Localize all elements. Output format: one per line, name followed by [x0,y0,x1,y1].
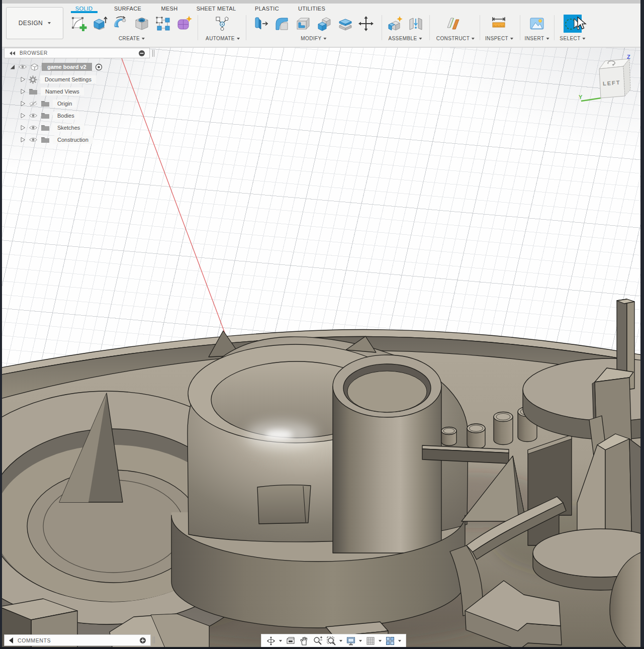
tower-inner-floor[interactable] [347,371,427,412]
insert-image-button[interactable] [528,15,545,32]
revolve-icon [112,15,129,32]
combine-button[interactable] [316,15,333,32]
browser-row-bodies[interactable]: Bodies [20,110,79,122]
browser-row-construction[interactable]: Construction [20,134,93,146]
visibility-eye-icon[interactable] [29,113,38,119]
group-label-create[interactable]: CREATE [119,35,145,42]
tab-sheet-metal[interactable]: SHEET METAL [197,4,236,13]
visibility-eye-icon[interactable] [29,137,38,143]
game-board-model[interactable] [0,299,644,649]
root-component-label[interactable]: game board v2 [42,63,92,71]
press-pull-button[interactable] [252,15,269,32]
collapse-panel-icon[interactable] [9,50,16,56]
browser-row-root[interactable]: game board v2 [9,61,103,73]
toolbar-separator [246,15,246,40]
tab-plastic[interactable]: PLASTIC [255,4,279,13]
expand-arrow-icon[interactable] [20,101,26,107]
origin-axis-line [117,48,225,333]
expanded-arrow-icon[interactable] [9,64,15,70]
dome-doorway[interactable] [257,485,311,524]
orbit-button[interactable] [265,635,283,646]
visibility-eye-icon[interactable] [29,125,38,131]
extrude-button[interactable] [91,15,108,32]
browser-item-label[interactable]: Origin [53,100,76,108]
group-label-automate[interactable]: AUTOMATE [206,35,240,42]
fillet-button[interactable] [273,15,290,32]
move-copy-button[interactable] [357,15,375,32]
create-sketch-button[interactable] [70,15,87,32]
group-label-insert[interactable]: INSERT [525,35,549,42]
browser-item-label[interactable]: Bodies [53,112,79,120]
group-label-inspect[interactable]: INSPECT [485,35,513,42]
window-edge-right [640,0,644,649]
3d-viewport[interactable]: BROWSER game board v2 Document Settings … [0,48,644,649]
browser-panel-header[interactable]: BROWSER [4,48,150,58]
automate-button[interactable] [214,15,231,32]
chevron-down-icon [379,640,382,642]
expand-arrow-icon[interactable] [20,125,26,131]
display-settings-button[interactable] [345,635,363,646]
browser-row-sketches[interactable]: Sketches [20,122,84,134]
tab-mesh[interactable]: MESH [161,4,178,13]
hole-icon [133,15,150,32]
visibility-hidden-eye-icon[interactable] [29,101,38,107]
browser-row-document-settings[interactable]: Document Settings [20,73,96,85]
collapse-all-icon[interactable] [138,50,145,57]
viewcube-face-label[interactable]: LEFT [603,79,621,86]
browser-row-named-views[interactable]: Named Views [20,85,84,98]
activate-component-radio-icon[interactable] [95,63,103,71]
comments-panel-handle[interactable] [153,636,155,643]
joint-button[interactable] [407,15,424,32]
expand-arrow-icon[interactable] [20,137,26,143]
orbit-icon [266,636,276,646]
folder-icon [41,136,50,143]
browser-item-label[interactable]: Named Views [41,87,84,96]
browser-row-origin[interactable]: Origin [20,98,76,110]
grid-display-button[interactable] [364,635,383,646]
group-label-modify[interactable]: MODIFY [301,35,326,42]
browser-item-label[interactable]: Construction [53,136,93,144]
split-body-button[interactable] [337,15,354,32]
viewports-button[interactable] [384,635,402,646]
viewcube[interactable]: LEFT Z Y [578,52,643,105]
fit-button[interactable] [325,635,343,646]
tab-surface[interactable]: SURFACE [114,4,141,13]
group-label-select[interactable]: SELECT [560,35,585,42]
browser-item-label[interactable]: Document Settings [40,75,96,83]
tab-utilities[interactable]: UTILITIES [298,4,325,13]
visibility-eye-icon[interactable] [18,64,27,70]
design-workspace-dropdown[interactable]: DESIGN [6,7,63,39]
viewcube-y-label[interactable]: Y [579,94,583,100]
group-label-construct[interactable]: CONSTRUCT [436,35,475,42]
pan-button[interactable] [298,635,310,646]
gear-icon [29,75,37,84]
revolve-button[interactable] [112,15,129,32]
rectangular-pattern-button[interactable] [154,15,171,32]
model-canvas[interactable] [0,48,644,649]
hole-button[interactable] [133,15,150,32]
grid-display-icon [365,636,376,646]
construction-plane-icon [445,15,463,32]
collapse-panel-icon[interactable] [9,637,14,644]
viewcube-z-label[interactable]: Z [627,54,630,60]
folder-icon [41,124,50,131]
measure-button[interactable] [490,15,507,32]
browser-panel-handle[interactable] [152,50,154,57]
new-component-button[interactable] [387,15,404,32]
chevron-down-icon [472,38,475,40]
browser-item-label[interactable]: Sketches [53,124,84,132]
look-at-button[interactable] [285,635,297,646]
construction-plane-button[interactable] [445,15,463,32]
comments-panel-header[interactable]: COMMENTS [4,634,151,646]
shell-button[interactable] [294,15,311,32]
expand-arrow-icon[interactable] [20,88,26,95]
folder-icon [41,112,50,119]
expand-arrow-icon[interactable] [20,76,26,82]
zoom-button[interactable] [312,635,324,646]
add-comment-icon[interactable] [139,637,146,644]
group-label-assemble[interactable]: ASSEMBLE [388,35,422,42]
folder-icon [41,100,50,107]
window-edge-bottom [0,647,644,649]
expand-arrow-icon[interactable] [20,113,26,119]
create-form-button[interactable] [175,15,193,32]
